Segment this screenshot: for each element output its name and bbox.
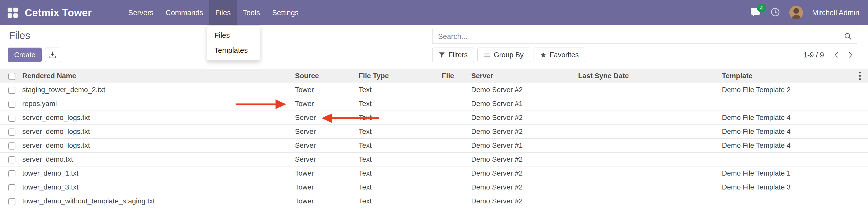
cell-server: Demo Server #2 bbox=[468, 83, 575, 97]
download-icon bbox=[49, 51, 56, 59]
cell-file-type: Text bbox=[355, 97, 439, 111]
activity-button[interactable] bbox=[770, 7, 780, 18]
row-checkbox[interactable] bbox=[8, 184, 16, 191]
row-checkbox[interactable] bbox=[8, 101, 16, 108]
cell-template: Demo File Template 2 bbox=[719, 83, 868, 97]
favorites-button[interactable]: Favorites bbox=[534, 48, 585, 62]
table-row[interactable]: server_demo_logs.txtServerTextDemo Serve… bbox=[0, 125, 868, 139]
avatar-image bbox=[789, 6, 803, 20]
search-options: Filters Group By Favorites bbox=[432, 48, 585, 62]
table-row[interactable]: tower_demo_without_template_staging.txtT… bbox=[0, 194, 868, 208]
table-row[interactable]: tower_demo_1.txtTowerTextDemo Server #2D… bbox=[0, 167, 868, 180]
filter-icon bbox=[439, 52, 445, 58]
filters-button[interactable]: Filters bbox=[432, 48, 474, 62]
menu-item-servers[interactable]: Servers bbox=[122, 0, 159, 25]
cell-file-type: Text bbox=[355, 194, 439, 208]
search-input[interactable] bbox=[432, 29, 844, 43]
create-button[interactable]: Create bbox=[8, 48, 42, 62]
user-name[interactable]: Mitchell Admin bbox=[812, 9, 859, 17]
optional-columns-toggle[interactable] bbox=[855, 69, 865, 83]
top-navbar: Cetmix Tower ServersCommandsFilesToolsSe… bbox=[0, 0, 868, 25]
clock-icon bbox=[770, 7, 780, 17]
cell-last-sync-date bbox=[575, 139, 719, 153]
row-checkbox[interactable] bbox=[8, 128, 16, 135]
cell-source: Server bbox=[292, 153, 355, 167]
row-checkbox[interactable] bbox=[8, 87, 16, 94]
column-header-file-type[interactable]: File Type bbox=[355, 69, 439, 83]
row-checkbox[interactable] bbox=[8, 115, 16, 122]
table-row[interactable]: staging_tower_demo_2.txtTowerTextDemo Se… bbox=[0, 83, 868, 97]
table-row[interactable]: server_demo_logs.txtServerTextDemo Serve… bbox=[0, 111, 868, 125]
favorites-label: Favorites bbox=[550, 51, 579, 59]
column-header-server[interactable]: Server bbox=[468, 69, 575, 83]
cell-last-sync-date bbox=[575, 125, 719, 139]
select-all-checkbox[interactable] bbox=[8, 73, 16, 80]
messages-button[interactable]: 4 bbox=[750, 7, 761, 19]
cell-last-sync-date bbox=[575, 180, 719, 194]
cell-server: Demo Server #1 bbox=[468, 97, 575, 111]
export-button[interactable] bbox=[45, 48, 60, 62]
row-checkbox[interactable] bbox=[8, 156, 16, 163]
column-header-source[interactable]: Source bbox=[292, 69, 355, 83]
row-checkbox[interactable] bbox=[8, 170, 16, 177]
cell-template: Demo File Template 4 bbox=[719, 125, 868, 139]
cell-rendered-name: repos.yaml bbox=[19, 97, 292, 111]
cell-file-type: Text bbox=[355, 139, 439, 153]
row-checkbox-cell bbox=[0, 194, 19, 208]
menu-item-settings[interactable]: Settings bbox=[266, 0, 305, 25]
column-header-last-sync-date[interactable]: Last Sync Date bbox=[575, 69, 719, 83]
cell-server: Demo Server #1 bbox=[468, 139, 575, 153]
dropdown-item-files[interactable]: Files bbox=[207, 28, 260, 43]
chevron-left-icon bbox=[833, 51, 840, 58]
cell-file-type: Text bbox=[355, 111, 439, 125]
menu-item-files[interactable]: Files bbox=[209, 0, 237, 25]
messages-count-badge: 4 bbox=[757, 4, 766, 12]
cell-server: Demo Server #2 bbox=[468, 194, 575, 208]
cell-rendered-name: server_demo_logs.txt bbox=[19, 111, 292, 125]
group-by-icon bbox=[484, 52, 490, 58]
row-checkbox-cell bbox=[0, 111, 19, 125]
table-row[interactable]: repos.yamlTowerTextDemo Server #1 bbox=[0, 97, 868, 111]
column-header-template[interactable]: Template bbox=[719, 69, 868, 83]
cell-template: Demo File Template 4 bbox=[719, 111, 868, 125]
row-checkbox-cell bbox=[0, 97, 19, 111]
table-row[interactable]: tower_demo_3.txtTowerTextDemo Server #2D… bbox=[0, 180, 868, 194]
cell-last-sync-date bbox=[575, 97, 719, 111]
user-avatar[interactable] bbox=[789, 6, 803, 20]
menu-item-commands[interactable]: Commands bbox=[159, 0, 209, 25]
pager: 1-9 / 9 bbox=[803, 48, 855, 62]
filters-label: Filters bbox=[448, 51, 468, 59]
menu-item-tools[interactable]: Tools bbox=[237, 0, 266, 25]
cell-file bbox=[439, 194, 468, 208]
column-header-rendered-name[interactable]: Rendered Name bbox=[19, 69, 292, 83]
brand-title[interactable]: Cetmix Tower bbox=[25, 7, 92, 19]
cell-server: Demo Server #2 bbox=[468, 180, 575, 194]
row-checkbox-cell bbox=[0, 180, 19, 194]
cell-last-sync-date bbox=[575, 83, 719, 97]
row-checkbox[interactable] bbox=[8, 198, 16, 205]
cell-rendered-name: tower_demo_without_template_staging.txt bbox=[19, 194, 292, 208]
cell-last-sync-date bbox=[575, 167, 719, 180]
search-box bbox=[432, 29, 857, 44]
cell-file bbox=[439, 167, 468, 180]
pager-previous-button[interactable] bbox=[832, 50, 842, 60]
cell-template: Demo File Template 3 bbox=[719, 180, 868, 194]
cell-file bbox=[439, 139, 468, 153]
search-icon[interactable] bbox=[844, 32, 852, 40]
table-row[interactable]: server_demo.txtServerTextDemo Server #2 bbox=[0, 153, 868, 167]
cell-file bbox=[439, 125, 468, 139]
pager-next-button[interactable] bbox=[845, 50, 855, 60]
apps-menu-icon[interactable] bbox=[8, 8, 18, 18]
dropdown-item-templates[interactable]: Templates bbox=[207, 43, 260, 58]
cell-server: Demo Server #2 bbox=[468, 125, 575, 139]
table-row[interactable]: server_demo_logs.txtServerTextDemo Serve… bbox=[0, 139, 868, 153]
row-checkbox-cell bbox=[0, 125, 19, 139]
group-by-button[interactable]: Group By bbox=[477, 48, 530, 62]
cell-rendered-name: server_demo.txt bbox=[19, 153, 292, 167]
row-checkbox[interactable] bbox=[8, 143, 16, 150]
cell-source: Tower bbox=[292, 180, 355, 194]
cell-file-type: Text bbox=[355, 83, 439, 97]
column-header-file[interactable]: File bbox=[439, 69, 468, 83]
action-buttons: Create bbox=[8, 48, 60, 62]
cell-source: Tower bbox=[292, 97, 355, 111]
